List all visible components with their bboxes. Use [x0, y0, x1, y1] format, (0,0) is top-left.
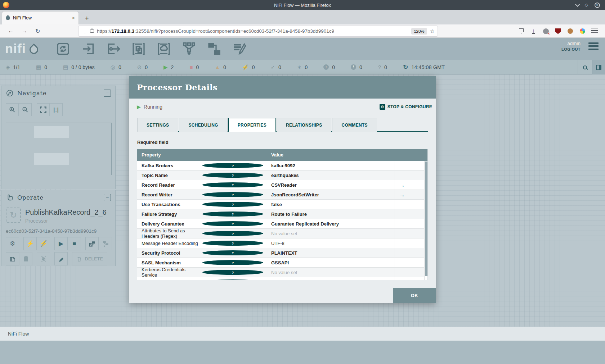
start-button[interactable]: ▶	[54, 237, 68, 250]
ok-button[interactable]: OK	[393, 288, 436, 303]
tab-relationships[interactable]: RELATIONSHIPS	[277, 118, 331, 132]
search-button[interactable]	[578, 60, 592, 74]
not-transmitting-icon: ⊘	[137, 64, 142, 70]
selected-component-name: PublishKafkaRecord_2_6	[25, 208, 107, 217]
dialog-status-row: ▶ Running ⚙ STOP & CONFIGURE	[129, 99, 436, 115]
zoom-fit-button[interactable]	[37, 103, 50, 116]
tracking-shield-icon[interactable]	[83, 29, 87, 34]
zoom-actual-size-button[interactable]: |:|	[50, 103, 63, 116]
zoom-out-button[interactable]	[19, 103, 32, 116]
drag-template-icon[interactable]	[206, 41, 223, 57]
configure-button[interactable]: ⚙	[6, 237, 19, 250]
sidebar-toggle-button[interactable]	[592, 60, 605, 74]
component-toolbar	[55, 41, 248, 57]
extension-disabled-icon[interactable]	[543, 28, 549, 34]
global-menu-button[interactable]	[588, 42, 599, 50]
url-bar[interactable]: https://172.18.0.3:32558/nifi/?processGr…	[79, 26, 438, 36]
tab-close-icon[interactable]: ×	[72, 15, 75, 21]
property-row: Kerberos Credentials Service? No value s…	[137, 268, 427, 277]
property-name: Kafka Brokers	[142, 163, 202, 168]
window-close-icon[interactable]: ×	[595, 3, 600, 8]
property-name: Record Reader	[142, 182, 202, 188]
cookie-extension-icon[interactable]	[568, 28, 573, 34]
property-row: Security Protocol? PLAINTEXT	[137, 248, 427, 258]
firefox-menu-button[interactable]	[591, 28, 598, 33]
lock-icon[interactable]	[90, 29, 94, 33]
forward-button[interactable]: →	[22, 28, 27, 34]
threads-icon: ▦	[36, 64, 41, 70]
bookmark-star-icon[interactable]: ☆	[430, 28, 435, 35]
drag-label-icon[interactable]	[231, 41, 248, 57]
window-restore-icon[interactable]: ◇	[585, 3, 588, 7]
go-to-service-arrow[interactable]: →	[394, 192, 427, 198]
reload-button[interactable]: ↻	[35, 28, 40, 35]
property-value: No value set	[267, 229, 394, 238]
go-to-service-arrow[interactable]: →	[394, 182, 427, 188]
paste-button[interactable]	[19, 252, 32, 265]
drag-input-port-icon[interactable]	[80, 41, 97, 57]
align-button[interactable]	[37, 252, 50, 265]
logout-link[interactable]: LOG OUT	[561, 47, 581, 51]
colorful-extension-icon[interactable]	[580, 28, 585, 34]
help-icon[interactable]: ?	[202, 279, 263, 280]
birdseye-minimap[interactable]	[6, 123, 112, 175]
breadcrumb[interactable]: NiFi Flow	[8, 331, 29, 337]
property-name: SASL Mechanism	[142, 260, 202, 265]
help-icon[interactable]: ?	[202, 182, 263, 187]
back-button[interactable]: ←	[8, 28, 14, 34]
window-minimize-icon[interactable]	[575, 2, 580, 7]
shield-extension-icon[interactable]	[519, 28, 524, 34]
help-icon[interactable]: ?	[202, 260, 263, 265]
table-scrollbar[interactable]	[424, 161, 427, 280]
save-template-button[interactable]	[85, 237, 99, 250]
cluster-icon: ◈	[6, 64, 10, 70]
help-icon[interactable]: ?	[202, 231, 263, 236]
stat-queued: ▤ 0 / 0 bytes	[63, 64, 95, 70]
help-icon[interactable]: ?	[202, 202, 263, 207]
tab-properties[interactable]: PROPERTIES	[228, 118, 276, 132]
new-tab-button[interactable]: +	[85, 15, 89, 24]
drag-processor-icon[interactable]	[55, 41, 71, 57]
help-icon[interactable]: ?	[202, 241, 263, 246]
disable-button[interactable]: ⚡	[37, 237, 50, 250]
window-title: NiFi Flow — Mozilla Firefox	[0, 3, 605, 8]
refresh-icon[interactable]: ↻	[403, 63, 408, 71]
browser-tab[interactable]: NiFi Flow ×	[2, 12, 79, 24]
tab-scheduling[interactable]: SCHEDULING	[179, 118, 227, 132]
drag-output-port-icon[interactable]	[105, 41, 122, 57]
tab-settings[interactable]: SETTINGS	[137, 118, 178, 132]
group-button[interactable]	[99, 237, 112, 250]
refresh-status[interactable]: ↻ 14:45:08 GMT	[403, 63, 445, 71]
operate-collapse-button[interactable]: −	[104, 194, 111, 201]
help-icon[interactable]: ?	[202, 211, 263, 217]
change-color-button[interactable]	[54, 252, 68, 265]
nifi-favicon	[5, 15, 11, 21]
operate-panel: Operate − ↻ PublishKafkaRecord_2_6 Proce…	[1, 190, 116, 266]
help-icon[interactable]: ?	[202, 250, 263, 255]
help-icon[interactable]: ?	[202, 270, 263, 275]
downloads-icon[interactable]: ↓	[532, 28, 535, 34]
properties-table-header: Property Value	[137, 149, 427, 161]
help-icon[interactable]: ?	[202, 173, 263, 178]
tab-comments[interactable]: COMMENTS	[332, 118, 377, 132]
hand-icon	[6, 194, 14, 201]
navigate-collapse-button[interactable]: −	[104, 90, 111, 97]
drag-funnel-icon[interactable]	[181, 41, 197, 57]
help-icon[interactable]: ?	[202, 192, 263, 197]
scrollbar-thumb[interactable]	[425, 161, 427, 276]
delete-button[interactable]: DELETE	[72, 252, 107, 265]
drag-remote-process-group-icon[interactable]	[156, 41, 172, 57]
window-titlebar: NiFi Flow — Mozilla Firefox ◇ ×	[0, 0, 605, 10]
property-row: ?	[137, 277, 427, 280]
ublock-icon[interactable]	[555, 28, 561, 34]
zoom-in-button[interactable]	[6, 103, 19, 116]
property-value: UTF-8	[267, 238, 394, 248]
stop-button[interactable]: ■	[68, 237, 81, 250]
copy-button[interactable]	[6, 252, 19, 265]
help-icon[interactable]: ?	[202, 221, 263, 226]
stop-and-configure-button[interactable]: ⚙ STOP & CONFIGURE	[380, 104, 432, 110]
enable-button[interactable]: ⚡	[23, 237, 37, 250]
help-icon[interactable]: ?	[202, 163, 263, 168]
drag-process-group-icon[interactable]	[130, 41, 147, 57]
page-zoom-badge[interactable]: 120%	[411, 28, 427, 35]
